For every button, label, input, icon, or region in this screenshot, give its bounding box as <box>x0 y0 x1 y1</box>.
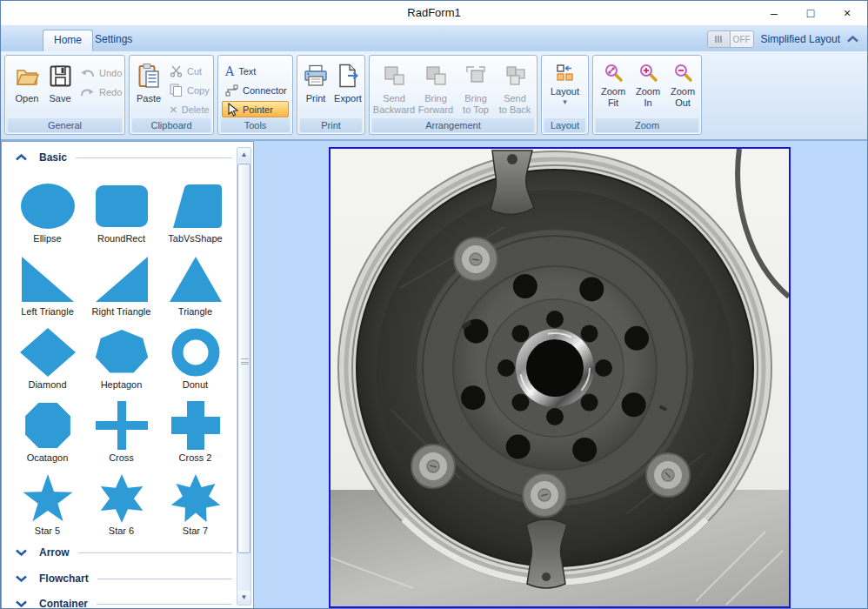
chevron-down-icon[interactable] <box>16 549 27 556</box>
group-label-tools: Tools <box>221 118 290 132</box>
text-tool-button[interactable]: A Text <box>222 63 289 79</box>
shape-item-heptagon[interactable]: Heptagon <box>84 325 158 398</box>
section-divider <box>78 552 232 553</box>
app-window: RadForm1 – □ × Home Settings OFF Simplif… <box>0 0 868 609</box>
shapes-panel: Basic Ellipse RoundRect TabVsShape Left … <box>1 141 254 609</box>
chevron-down-icon[interactable] <box>16 600 27 607</box>
open-button[interactable]: Open <box>10 61 43 104</box>
section-arrow-label: Arrow <box>39 546 70 559</box>
undo-button[interactable]: Undo <box>77 64 125 81</box>
pointer-cursor-icon <box>226 103 238 117</box>
section-flowchart-label: Flowchart <box>39 572 89 585</box>
copy-button[interactable]: Copy <box>166 82 213 98</box>
text-a-icon: A <box>225 65 234 77</box>
cut-button[interactable]: Cut <box>166 63 205 79</box>
shape-item-donut[interactable]: Donut <box>158 325 232 398</box>
panel-scrollbar[interactable]: ▲ ▼ <box>237 147 251 606</box>
cross2-shape-icon <box>168 400 224 451</box>
group-general: Open Save Undo <box>4 55 125 135</box>
group-clipboard: Paste Cut Copy × Delete Clipboard <box>129 55 214 135</box>
shape-item-star5[interactable]: Star 5 <box>10 471 84 544</box>
canvas-image[interactable] <box>329 147 791 608</box>
send-backward-button[interactable]: Send Backward <box>371 61 417 115</box>
minimize-button[interactable]: – <box>761 3 787 23</box>
close-button[interactable]: × <box>834 3 860 23</box>
save-button[interactable]: Save <box>45 61 75 104</box>
group-label-general: General <box>8 118 122 132</box>
printer-icon <box>304 61 328 90</box>
shape-item-roundrect[interactable]: RoundRect <box>84 178 158 251</box>
maximize-button[interactable]: □ <box>798 3 824 23</box>
star7-shape-icon <box>168 473 224 524</box>
redo-icon <box>80 87 95 97</box>
scroll-down-button[interactable]: ▼ <box>237 591 250 605</box>
layout-button[interactable]: Layout ▾ <box>545 61 584 106</box>
section-basic-label: Basic <box>39 151 67 164</box>
shape-item-triangle[interactable]: Triangle <box>158 251 232 325</box>
shape-item-diamond[interactable]: Diamond <box>10 325 84 398</box>
tab-settings[interactable]: Settings <box>84 30 143 51</box>
toggle-off-label[interactable]: OFF <box>731 31 753 47</box>
send-to-back-button[interactable]: Send to Back <box>493 61 537 115</box>
ribbon: Open Save Undo <box>1 51 867 141</box>
connector-tool-button[interactable]: Connector <box>222 82 289 98</box>
group-print: Print Export Print <box>297 55 365 135</box>
shape-item-right-triangle[interactable]: Right Triangle <box>84 251 158 325</box>
shape-item-left-triangle[interactable]: Left Triangle <box>10 251 84 325</box>
cross-shape-icon <box>94 400 150 451</box>
section-divider <box>97 579 232 579</box>
save-floppy-icon <box>49 61 72 90</box>
redo-button[interactable]: Redo <box>77 84 125 100</box>
zoom-in-magnifier-icon <box>639 61 658 84</box>
zoom-fit-button[interactable]: Zoom Fit <box>597 61 630 108</box>
tabvsshape-shape-icon <box>168 181 224 231</box>
shape-item-star6[interactable]: Star 6 <box>84 471 158 544</box>
group-label-clipboard: Clipboard <box>132 118 210 132</box>
delete-button[interactable]: × Delete <box>166 101 213 117</box>
collapse-ribbon-icon[interactable] <box>847 36 858 43</box>
cut-scissors-icon <box>170 65 183 77</box>
section-flowchart[interactable]: Flowchart <box>2 570 253 587</box>
shape-item-cross[interactable]: Cross <box>84 398 158 471</box>
star5-shape-icon <box>20 473 76 524</box>
group-layout: Layout ▾ Layout <box>541 55 589 135</box>
section-divider <box>76 157 232 158</box>
group-label-layout: Layout <box>544 118 585 132</box>
section-container[interactable]: Container <box>2 595 253 609</box>
copy-pages-icon <box>170 84 183 97</box>
diamond-shape-icon <box>20 327 76 378</box>
chevron-down-icon[interactable] <box>16 575 27 582</box>
scrollbar-thumb[interactable] <box>237 164 250 553</box>
section-container-label: Container <box>39 598 88 609</box>
group-label-print: Print <box>300 118 362 132</box>
heptagon-shape-icon <box>94 327 150 378</box>
section-basic[interactable]: Basic <box>2 149 253 166</box>
shape-item-ellipse[interactable]: Ellipse <box>10 178 84 251</box>
scroll-up-button[interactable]: ▲ <box>237 148 250 162</box>
zoom-out-button[interactable]: Zoom Out <box>666 61 699 108</box>
print-button[interactable]: Print <box>301 61 331 104</box>
bring-forward-button[interactable]: Bring Forward <box>413 61 458 115</box>
pointer-tool-button[interactable]: Pointer <box>222 101 289 117</box>
section-arrow[interactable]: Arrow <box>2 544 253 561</box>
chevron-up-icon[interactable] <box>16 154 27 161</box>
paste-button[interactable]: Paste <box>133 61 164 104</box>
ribbon-tab-row: Home Settings OFF Simplified Layout <box>1 25 867 51</box>
shape-item-ocatagon[interactable]: Ocatagon <box>10 398 84 471</box>
simplified-layout-toggle[interactable]: OFF <box>707 30 754 48</box>
layout-dropdown-arrow: ▾ <box>563 97 567 106</box>
connector-icon <box>225 84 238 97</box>
right-triangle-shape-icon <box>94 254 150 304</box>
shape-item-cross2[interactable]: Cross 2 <box>158 398 232 471</box>
export-page-icon <box>337 61 359 90</box>
titlebar: RadForm1 – □ × <box>1 1 867 25</box>
star6-shape-icon <box>94 473 150 524</box>
toggle-grip-icon[interactable] <box>708 31 731 47</box>
export-button[interactable]: Export <box>332 61 364 104</box>
shape-item-star7[interactable]: Star 7 <box>158 471 232 544</box>
zoom-in-button[interactable]: Zoom In <box>631 61 664 108</box>
diagram-canvas[interactable] <box>254 141 867 608</box>
bring-to-top-button[interactable]: Bring to Top <box>455 61 497 115</box>
shape-item-tabvsshape[interactable]: TabVsShape <box>158 178 232 251</box>
group-arrangement: Send Backward Bring Forward Bring to Top <box>369 55 537 135</box>
